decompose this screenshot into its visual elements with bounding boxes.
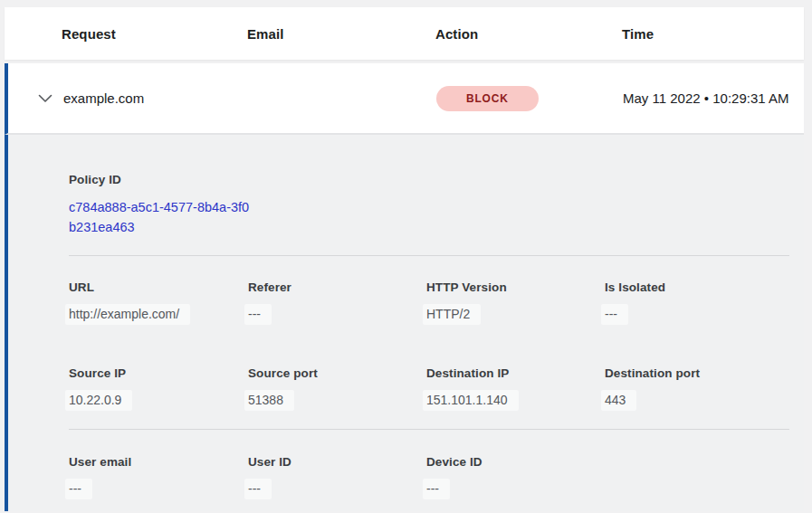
- details-row-http: URL http://example.com/ Referer --- HTTP…: [69, 280, 789, 322]
- log-row-details: Policy ID c784a888-a5c1-4577-8b4a-3f0b23…: [5, 135, 804, 511]
- column-header-request: Request: [62, 26, 247, 42]
- log-table-header: Request Email Action Time: [5, 7, 804, 60]
- log-row[interactable]: example.com BLOCK May 11 2022 • 10:29:31…: [5, 63, 804, 135]
- column-header-action: Action: [435, 26, 622, 42]
- field-value: ---: [426, 481, 605, 497]
- column-header-email: Email: [247, 26, 435, 42]
- field-destination-port: Destination port 443: [605, 366, 789, 408]
- policy-id-section: Policy ID c784a888-a5c1-4577-8b4a-3f0b23…: [69, 173, 789, 237]
- field-value: 10.22.0.9: [69, 393, 248, 408]
- field-referer: Referer ---: [248, 280, 426, 322]
- field-value: http://example.com/: [69, 307, 248, 322]
- field-http-version: HTTP Version HTTP/2: [426, 280, 605, 322]
- field-is-isolated: Is Isolated ---: [605, 280, 789, 322]
- field-url: URL http://example.com/: [69, 280, 248, 322]
- field-label: Source port: [248, 366, 426, 381]
- gateway-logs-page: Request Email Action Time example.com BL…: [0, 0, 812, 513]
- policy-id-link[interactable]: c784a888-a5c1-4577-8b4a-3f0b231ea463: [69, 198, 250, 237]
- field-label: HTTP Version: [426, 280, 605, 295]
- section-divider: [69, 255, 789, 256]
- field-value: 51388: [248, 393, 426, 408]
- field-label: Destination port: [605, 366, 789, 381]
- field-user-email: User email ---: [69, 455, 248, 497]
- status-badge-block: BLOCK: [436, 86, 539, 111]
- field-value: 151.101.1.140: [426, 393, 605, 408]
- field-value: ---: [69, 481, 248, 497]
- details-row-network: Source IP 10.22.0.9 Source port 51388 De…: [69, 366, 789, 408]
- field-label-policy-id: Policy ID: [69, 173, 789, 187]
- field-value: 443: [605, 393, 789, 408]
- field-label: Destination IP: [426, 366, 605, 381]
- field-device-id: Device ID ---: [426, 455, 605, 497]
- field-empty: [605, 455, 789, 497]
- field-source-port: Source port 51388: [248, 366, 426, 408]
- row-action-cell: BLOCK: [436, 86, 623, 111]
- field-value: ---: [248, 481, 426, 497]
- field-value: ---: [605, 307, 789, 322]
- field-source-ip: Source IP 10.22.0.9: [69, 366, 248, 408]
- row-request-value: example.com: [63, 90, 248, 106]
- field-label: User email: [69, 455, 248, 470]
- log-table: Request Email Action Time example.com BL…: [5, 0, 804, 513]
- section-divider: [69, 429, 789, 430]
- field-label: Referer: [248, 280, 426, 295]
- row-time-value: May 11 2022 • 10:29:31 AM: [623, 88, 791, 109]
- field-value: ---: [248, 307, 426, 322]
- field-user-id: User ID ---: [248, 455, 426, 497]
- field-label: User ID: [248, 455, 426, 470]
- field-value: HTTP/2: [426, 307, 605, 322]
- field-label: Source IP: [69, 366, 248, 381]
- field-label: Is Isolated: [605, 280, 789, 295]
- field-destination-ip: Destination IP 151.101.1.140: [426, 366, 605, 408]
- chevron-down-icon: [38, 94, 53, 103]
- details-row-user: User email --- User ID --- Device ID ---: [69, 455, 789, 497]
- row-expand-toggle[interactable]: [8, 94, 63, 103]
- column-header-time: Time: [622, 26, 804, 42]
- field-label: URL: [69, 280, 248, 295]
- field-label: Device ID: [426, 455, 605, 470]
